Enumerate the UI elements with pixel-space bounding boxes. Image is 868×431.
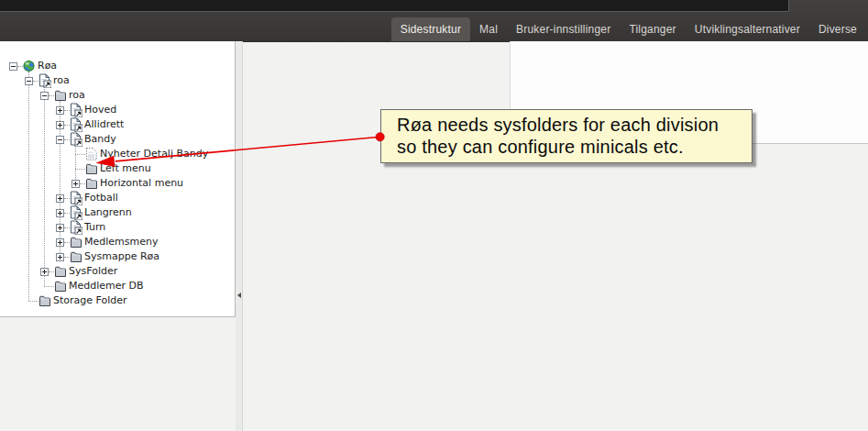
panel-splitter[interactable] — [236, 41, 243, 431]
tree-item-label[interactable]: Storage Folder — [53, 293, 127, 308]
tree-item-label[interactable]: Allidrett — [84, 117, 124, 132]
tree-item-label[interactable]: Hoved — [84, 103, 116, 117]
page-shortcut-icon — [70, 220, 82, 235]
tree-item-label[interactable]: Left menu — [100, 161, 151, 176]
tree-connector-line — [75, 145, 76, 183]
tree-expander-plus[interactable] — [56, 194, 64, 203]
tree-item-label[interactable]: roa — [53, 73, 70, 88]
tree-connector-line — [44, 86, 45, 286]
tree-expander-minus[interactable] — [25, 77, 33, 85]
tree-item-label[interactable]: Medlemsmeny — [84, 235, 158, 249]
tree-item-label[interactable]: Nyheter Detalj Bandy — [100, 147, 208, 161]
folder-icon — [54, 279, 67, 293]
page-shortcut-icon — [70, 205, 82, 220]
tree-connector-stub — [75, 169, 85, 170]
folder-icon — [85, 176, 98, 191]
page-shortcut-icon — [70, 103, 82, 117]
tree-expander-minus[interactable] — [9, 62, 17, 71]
page-shortcut-icon — [70, 132, 82, 147]
tree-expander-plus[interactable] — [71, 180, 80, 188]
tree-item-label[interactable]: Meddlemer DB — [69, 279, 144, 293]
window-title-strip — [0, 0, 789, 12]
tree-item-label[interactable]: roa — [69, 88, 85, 103]
tree-connector-stub — [28, 301, 38, 302]
collapse-panel-icon[interactable] — [237, 293, 241, 298]
tree-item-label[interactable]: Turn — [84, 220, 105, 235]
application-window: SidestrukturMalBruker-innstillingerTilga… — [0, 0, 868, 431]
tab-utviklingsalternativer[interactable]: Utviklingsalternativer — [686, 17, 809, 41]
folder-icon — [54, 264, 67, 279]
tab-sidestruktur[interactable]: Sidestruktur — [391, 17, 470, 41]
tab-diverse[interactable]: Diverse — [809, 17, 866, 41]
page-shortcut-icon — [38, 73, 51, 88]
tree-expander-plus[interactable] — [40, 268, 49, 276]
tree-connector-line — [28, 72, 29, 301]
tree-expander-plus[interactable] — [56, 238, 64, 247]
main-menu-tabs: SidestrukturMalBruker-innstillingerTilga… — [391, 12, 866, 41]
page-shortcut-icon — [70, 117, 82, 132]
note-text-line2: so they can configure minicals etc. — [397, 137, 744, 159]
folder-icon — [70, 235, 82, 249]
tree-item-label[interactable]: Røa — [38, 59, 57, 73]
tree-connector-stub — [44, 286, 54, 287]
tree-item-label[interactable]: SysFolder — [69, 264, 117, 279]
ghost-page-icon — [85, 147, 98, 161]
tree-item-label[interactable]: Bandy — [84, 132, 116, 147]
tree-item-label[interactable]: Sysmappe Røa — [84, 249, 159, 264]
tree-expander-plus[interactable] — [56, 121, 64, 129]
tree-connector-stub — [75, 154, 85, 155]
tree-expander-minus[interactable] — [40, 92, 49, 100]
globe-icon — [23, 59, 36, 73]
tree-item-label[interactable]: Langrenn — [84, 205, 132, 220]
tab-tilganger[interactable]: Tilganger — [620, 17, 685, 41]
folder-icon — [38, 293, 51, 308]
tree-expander-plus[interactable] — [56, 209, 64, 217]
tab-bruker-innstillinger[interactable]: Bruker-innstillinger — [507, 17, 620, 41]
tree-expander-plus[interactable] — [56, 224, 64, 232]
folder-icon — [70, 249, 82, 264]
tab-mal[interactable]: Mal — [470, 17, 507, 41]
tree-item-label[interactable]: Fotball — [84, 191, 118, 205]
tree-expander-plus[interactable] — [56, 253, 64, 261]
folder-icon — [54, 88, 67, 103]
tree-item-label[interactable]: Horizontal menu — [100, 176, 183, 191]
folder-icon — [85, 161, 98, 176]
tree-expander-minus[interactable] — [56, 136, 64, 144]
note-text-line1: Røa needs sysfolders for each division — [397, 115, 744, 137]
top-navigation-bar: SidestrukturMalBruker-innstillingerTilga… — [0, 0, 868, 42]
tree-expander-plus[interactable] — [56, 106, 64, 115]
page-shortcut-icon — [70, 191, 82, 205]
annotation-note: Røa needs sysfolders for each division s… — [380, 109, 753, 163]
